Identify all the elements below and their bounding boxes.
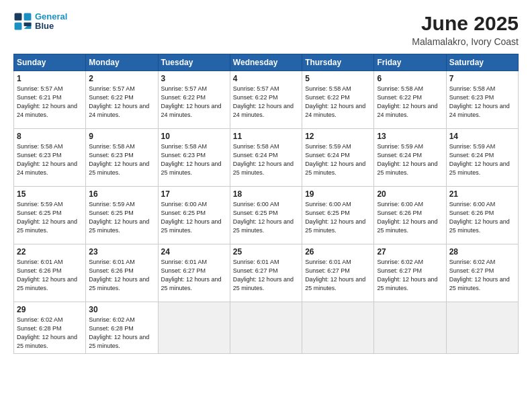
calendar-cell: 12Sunrise: 5:59 AM Sunset: 6:24 PM Dayli… [302,129,374,187]
day-number: 4 [233,74,299,83]
day-info: Sunrise: 6:01 AM Sunset: 6:26 PM Dayligh… [89,258,154,293]
svg-rect-1 [24,13,32,21]
calendar-header-friday: Friday [374,54,446,71]
day-info: Sunrise: 6:01 AM Sunset: 6:27 PM Dayligh… [161,258,227,293]
day-info: Sunrise: 5:59 AM Sunset: 6:24 PM Dayligh… [305,142,371,177]
day-number: 9 [89,132,154,141]
day-number: 3 [161,74,227,83]
day-info: Sunrise: 6:00 AM Sunset: 6:25 PM Dayligh… [233,200,299,235]
calendar-header-sunday: Sunday [14,54,86,71]
calendar-cell: 21Sunrise: 6:00 AM Sunset: 6:26 PM Dayli… [446,187,518,244]
day-info: Sunrise: 6:02 AM Sunset: 6:27 PM Dayligh… [449,258,515,293]
day-info: Sunrise: 5:57 AM Sunset: 6:22 PM Dayligh… [161,85,227,120]
day-info: Sunrise: 5:58 AM Sunset: 6:23 PM Dayligh… [17,142,83,177]
day-number: 23 [89,247,154,257]
calendar-header-saturday: Saturday [446,54,518,71]
day-number: 21 [449,189,515,199]
day-number: 29 [17,305,83,314]
calendar-cell: 13Sunrise: 5:59 AM Sunset: 6:24 PM Dayli… [374,129,446,187]
day-info: Sunrise: 5:57 AM Sunset: 6:22 PM Dayligh… [89,85,154,120]
day-info: Sunrise: 5:58 AM Sunset: 6:23 PM Dayligh… [89,142,154,177]
calendar-cell: 19Sunrise: 6:00 AM Sunset: 6:25 PM Dayli… [302,187,374,244]
calendar-cell: 8Sunrise: 5:58 AM Sunset: 6:23 PM Daylig… [14,129,86,187]
calendar-cell [446,302,518,354]
day-info: Sunrise: 5:58 AM Sunset: 6:22 PM Dayligh… [377,85,443,120]
calendar-week-2: 8Sunrise: 5:58 AM Sunset: 6:23 PM Daylig… [14,129,519,187]
calendar-header-wednesday: Wednesday [230,54,302,71]
day-info: Sunrise: 6:01 AM Sunset: 6:27 PM Dayligh… [305,258,371,293]
day-info: Sunrise: 6:01 AM Sunset: 6:27 PM Dayligh… [233,258,299,293]
logo: GeneralBlue [13,12,67,32]
calendar-week-3: 15Sunrise: 5:59 AM Sunset: 6:25 PM Dayli… [14,187,519,244]
calendar-cell: 11Sunrise: 5:58 AM Sunset: 6:24 PM Dayli… [230,129,302,187]
day-number: 8 [17,132,83,141]
calendar-cell: 15Sunrise: 5:59 AM Sunset: 6:25 PM Dayli… [14,187,86,244]
day-number: 22 [17,247,83,257]
calendar-cell: 17Sunrise: 6:00 AM Sunset: 6:25 PM Dayli… [158,187,230,244]
day-number: 27 [377,247,443,257]
calendar-body: 1Sunrise: 5:57 AM Sunset: 6:21 PM Daylig… [14,71,519,354]
day-number: 28 [449,247,515,257]
day-number: 7 [449,74,515,83]
subtitle: Malamalakro, Ivory Coast [412,36,519,47]
calendar-cell: 18Sunrise: 6:00 AM Sunset: 6:25 PM Dayli… [230,187,302,244]
day-number: 6 [377,74,443,83]
day-info: Sunrise: 6:02 AM Sunset: 6:27 PM Dayligh… [377,258,443,293]
day-number: 11 [233,132,299,141]
calendar-cell: 16Sunrise: 5:59 AM Sunset: 6:25 PM Dayli… [86,187,158,244]
calendar-cell [158,302,230,354]
day-number: 2 [89,74,154,83]
calendar-cell: 7Sunrise: 5:58 AM Sunset: 6:23 PM Daylig… [446,71,518,129]
day-info: Sunrise: 6:01 AM Sunset: 6:26 PM Dayligh… [17,258,83,293]
svg-rect-2 [15,23,22,30]
day-info: Sunrise: 5:59 AM Sunset: 6:24 PM Dayligh… [377,142,443,177]
day-number: 30 [89,305,154,314]
calendar-cell: 29Sunrise: 6:02 AM Sunset: 6:28 PM Dayli… [14,302,86,354]
calendar-cell: 20Sunrise: 6:00 AM Sunset: 6:26 PM Dayli… [374,187,446,244]
page-header: GeneralBlue June 2025 Malamalakro, Ivory… [13,12,519,47]
calendar-header-monday: Monday [86,54,158,71]
day-info: Sunrise: 6:02 AM Sunset: 6:28 PM Dayligh… [89,316,154,351]
day-info: Sunrise: 6:00 AM Sunset: 6:26 PM Dayligh… [377,200,443,235]
day-number: 18 [233,189,299,199]
day-number: 1 [17,74,83,83]
calendar-cell: 27Sunrise: 6:02 AM Sunset: 6:27 PM Dayli… [374,244,446,302]
day-info: Sunrise: 6:02 AM Sunset: 6:28 PM Dayligh… [17,316,83,351]
day-info: Sunrise: 5:58 AM Sunset: 6:24 PM Dayligh… [233,142,299,177]
calendar-cell [374,302,446,354]
calendar-cell: 4Sunrise: 5:57 AM Sunset: 6:22 PM Daylig… [230,71,302,129]
logo-text: GeneralBlue [35,12,67,32]
day-number: 12 [305,132,371,141]
day-number: 19 [305,189,371,199]
day-number: 10 [161,132,227,141]
day-info: Sunrise: 6:00 AM Sunset: 6:26 PM Dayligh… [449,200,515,235]
day-number: 17 [161,189,227,199]
calendar-cell: 5Sunrise: 5:58 AM Sunset: 6:22 PM Daylig… [302,71,374,129]
day-number: 24 [161,247,227,257]
day-number: 5 [305,74,371,83]
calendar-cell [230,302,302,354]
calendar-cell: 26Sunrise: 6:01 AM Sunset: 6:27 PM Dayli… [302,244,374,302]
calendar-header-thursday: Thursday [302,54,374,71]
day-info: Sunrise: 6:00 AM Sunset: 6:25 PM Dayligh… [161,200,227,235]
calendar-cell: 14Sunrise: 5:59 AM Sunset: 6:24 PM Dayli… [446,129,518,187]
day-number: 15 [17,189,83,199]
calendar-week-4: 22Sunrise: 6:01 AM Sunset: 6:26 PM Dayli… [14,244,519,302]
day-number: 13 [377,132,443,141]
day-number: 25 [233,247,299,257]
calendar-header-row: SundayMondayTuesdayWednesdayThursdayFrid… [14,54,519,71]
day-info: Sunrise: 6:00 AM Sunset: 6:25 PM Dayligh… [305,200,371,235]
calendar-cell: 9Sunrise: 5:58 AM Sunset: 6:23 PM Daylig… [86,129,158,187]
day-info: Sunrise: 5:57 AM Sunset: 6:21 PM Dayligh… [17,85,83,120]
calendar-cell: 24Sunrise: 6:01 AM Sunset: 6:27 PM Dayli… [158,244,230,302]
calendar-cell: 10Sunrise: 5:58 AM Sunset: 6:23 PM Dayli… [158,129,230,187]
calendar-cell [302,302,374,354]
calendar-cell: 22Sunrise: 6:01 AM Sunset: 6:26 PM Dayli… [14,244,86,302]
calendar: SundayMondayTuesdayWednesdayThursdayFrid… [13,54,519,354]
svg-rect-0 [15,13,22,21]
day-number: 26 [305,247,371,257]
logo-icon [13,12,32,31]
calendar-cell: 23Sunrise: 6:01 AM Sunset: 6:26 PM Dayli… [86,244,158,302]
title-block: June 2025 Malamalakro, Ivory Coast [412,12,519,47]
calendar-cell: 30Sunrise: 6:02 AM Sunset: 6:28 PM Dayli… [86,302,158,354]
